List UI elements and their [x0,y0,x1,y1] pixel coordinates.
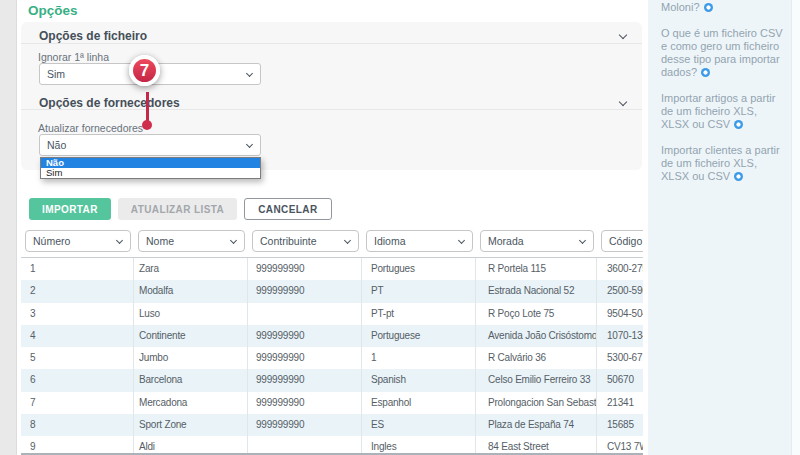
table-cell: Zara [134,258,248,280]
table-row: 6Barcelona999999990SpanishCelso Emilio F… [21,369,643,391]
update-suppliers-label: Atualizar fornecedores [38,122,143,134]
table-row: 8Sport Zone999999990ESPlaza de España 74… [21,414,643,436]
table-cell: Plaza de España 74 [476,414,597,436]
table-cell: 5300-671 [597,347,643,369]
help-article-link[interactable]: Importar artigos a partir de um ficheiro… [661,92,786,131]
table-cell: Portugues [362,258,476,280]
action-buttons: IMPORTAR ATUALIZAR LISTA CANCELAR [29,198,332,220]
table-cell: Avenida João Crisóstomo 77 [476,325,597,347]
table-body: 1Zara999999990PortuguesR Portela 1153600… [21,257,643,455]
chevron-down-icon [230,236,237,243]
table-row: 7Mercadona999999990EspanholProlongacion … [21,392,643,414]
table-cell: 4 [21,325,134,347]
column-label: Código Postal [609,235,643,247]
table-cell: R Poço Lote 75 [476,303,597,325]
table-cell: 8 [21,414,134,436]
table-cell: 999999990 [248,392,362,414]
help-bullet-icon [734,120,743,129]
column-mapping-select[interactable]: Número [25,230,131,252]
table-cell: R Portela 115 [476,258,597,280]
table-cell: 999999990 [248,280,362,302]
table-cell: 1 [21,258,134,280]
update-suppliers-select[interactable]: Não [39,134,261,156]
callout-pointer-line [146,92,149,123]
supplier-options-section-title[interactable]: Opções de fornecedores [39,96,180,110]
table-cell: Estrada Nacional 52 [476,280,597,302]
help-link-text: O que é um ficheiro CSV e como gero um f… [661,27,783,78]
left-gutter [0,0,17,455]
import-suppliers-screen: Opções Opções de ficheiro Ignorar 1ª lin… [0,0,800,455]
table-cell: 1 [362,347,476,369]
chevron-down-icon [116,236,123,243]
table-cell: 6 [21,369,134,391]
table-cell: 7 [21,392,134,414]
column-mapping-select[interactable]: Morada [480,230,594,252]
table-cell: Modalfa [134,280,248,302]
column-label: Nome [146,235,174,247]
table-cell: Mercadona [134,392,248,414]
step-7-callout-badge: 7 [129,55,160,86]
file-options-section-title[interactable]: Opções de ficheiro [39,29,147,43]
table-cell: ES [362,414,476,436]
table-row: 2Modalfa999999990PTEstrada Nacional 5225… [21,280,643,302]
sidebar-scrollbar-track[interactable] [791,0,800,455]
table-cell: 999999990 [248,325,362,347]
table-cell: 2 [21,280,134,302]
cancel-button[interactable]: CANCELAR [244,198,331,220]
chevron-down-icon[interactable] [619,98,627,106]
help-article-link[interactable]: Importar clientes a partir de um ficheir… [661,144,786,183]
table-cell: Barcelona [134,369,248,391]
table-cell: 50670 [597,369,643,391]
help-bullet-icon [734,172,743,181]
update-suppliers-dropdown: NãoSim [40,157,261,179]
table-cell: Sport Zone [134,414,248,436]
table-header-cell: Idioma [362,226,476,252]
table-header-cell: Contribuinte [248,226,362,252]
table-cell [248,303,362,325]
callout-number: 7 [140,61,149,81]
table-row: 1Zara999999990PortuguesR Portela 1153600… [21,258,643,280]
ignore-first-line-label: Ignorar 1ª linha [38,51,109,63]
column-mapping-select[interactable]: Idioma [366,230,473,252]
column-mapping-select[interactable]: Código Postal [601,230,643,252]
table-header-cell: Nome [134,226,248,252]
divider [21,43,642,44]
table-cell: 1070-134 [597,325,643,347]
column-mapping-select[interactable]: Contribuinte [252,230,359,252]
help-bullet-icon [701,68,710,77]
help-link-text: Importar clientes a partir de um ficheir… [661,144,780,182]
table-header-row: NúmeroNomeContribuinteIdiomaMoradaCódigo… [21,226,643,252]
dropdown-option[interactable]: Não [41,158,260,168]
page-title: Opções [28,3,78,18]
chevron-down-icon[interactable] [619,31,627,39]
table-cell: 2500-596 [597,280,643,302]
table-cell: 999999990 [248,414,362,436]
table-cell: 5 [21,347,134,369]
help-bullet-icon [704,3,713,12]
table-cell: PT-pt [362,303,476,325]
column-label: Contribuinte [260,235,317,247]
table-cell: PT [362,280,476,302]
help-article-link[interactable]: O que é um ficheiro CSV e como gero um f… [661,27,786,79]
chevron-down-icon [579,236,586,243]
table-cell: 15685 [597,414,643,436]
chevron-down-icon [344,236,351,243]
chevron-down-icon [246,69,253,76]
dropdown-option[interactable]: Sim [41,168,260,178]
table-row: 4Continente999999990PortugueseAvenida Jo… [21,325,643,347]
table-cell: Spanish [362,369,476,391]
table-cell: Celso Emilio Ferreiro 33 [476,369,597,391]
options-panel: Opções de ficheiro Ignorar 1ª linha Sim … [21,22,642,170]
suppliers-preview-table: NúmeroNomeContribuinteIdiomaMoradaCódigo… [21,226,643,455]
table-cell: 3 [21,303,134,325]
column-mapping-select[interactable]: Nome [138,230,245,252]
table-cell: Prolongacion San Sebastian 84 [476,392,597,414]
refresh-list-button[interactable]: ATUALIZAR LISTA [118,198,237,220]
update-suppliers-value: Não [47,139,66,151]
import-button[interactable]: IMPORTAR [29,198,111,220]
help-article-link[interactable]: Moloni? [661,1,786,14]
help-link-text: Moloni? [661,1,700,13]
table-cell: 3600-275 [597,258,643,280]
chevron-down-icon [458,236,465,243]
column-label: Idioma [374,235,406,247]
